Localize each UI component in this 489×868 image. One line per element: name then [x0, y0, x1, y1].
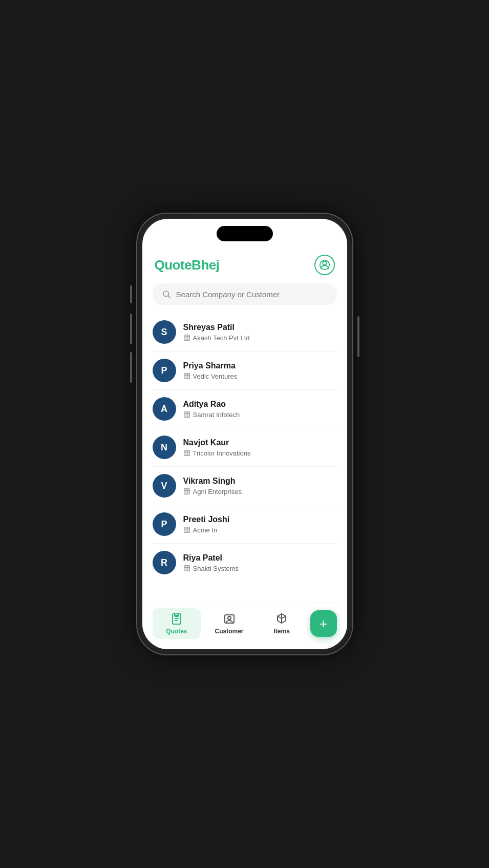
customer-icon: [223, 612, 236, 626]
company-name: Acme In: [193, 526, 218, 534]
building-icon: [183, 373, 190, 380]
company-row: Vedic Ventures: [183, 373, 238, 380]
profile-icon: [319, 259, 330, 271]
quotes-icon: [170, 612, 183, 626]
customer-name: Riya Patel: [183, 553, 239, 563]
company-name: Akash Tech Pvt Ltd: [193, 334, 250, 342]
nav-quotes[interactable]: Quotes: [153, 608, 201, 639]
nav-items[interactable]: Items: [258, 608, 306, 639]
company-row: Agni Enterprises: [183, 488, 242, 495]
customer-name: Preeti Joshi: [183, 515, 230, 524]
company-name: Vedic Ventures: [193, 373, 238, 380]
svg-line-3: [168, 296, 170, 298]
customer-info: Riya Patel Shakti Systems: [183, 553, 239, 572]
avatar: A: [153, 397, 176, 421]
customer-item[interactable]: V Vikram Singh Agni Enterprises: [153, 467, 337, 505]
svg-rect-6: [184, 412, 189, 418]
search-container: [142, 283, 347, 313]
phone-frame: QuoteBhej: [137, 214, 352, 654]
company-name: Tricolor Innovations: [193, 449, 251, 457]
fab-add-button[interactable]: +: [310, 610, 337, 637]
app-logo: QuoteBhej: [155, 257, 220, 273]
svg-rect-5: [184, 374, 189, 379]
company-name: Shakti Systems: [193, 565, 239, 572]
silent-button: [130, 352, 132, 383]
search-bar: [153, 283, 337, 305]
svg-rect-8: [184, 489, 189, 494]
company-name: Agni Enterprises: [193, 488, 242, 495]
avatar: V: [153, 474, 176, 498]
bottom-nav: Quotes Customer: [142, 603, 347, 649]
company-row: Akash Tech Pvt Ltd: [183, 334, 250, 342]
customer-item[interactable]: N Navjot Kaur Tricolor Innovations: [153, 428, 337, 467]
customer-info: Shreyas Patil Akash Tech Pvt Ltd: [183, 323, 250, 342]
power-button: [357, 316, 359, 357]
company-row: Acme In: [183, 526, 230, 534]
volume-down-button: [130, 314, 132, 344]
app-content: QuoteBhej: [142, 219, 347, 649]
customer-item[interactable]: S Shreyas Patil Akash Tech Pvt Ltd: [153, 313, 337, 352]
volume-up-button: [130, 285, 132, 303]
customer-info: Vikram Singh Agni Enterprises: [183, 477, 242, 495]
search-icon: [162, 290, 171, 299]
customer-item[interactable]: R Riya Patel Shakti Systems: [153, 544, 337, 582]
customer-name: Vikram Singh: [183, 477, 242, 486]
avatar: P: [153, 359, 176, 382]
customer-item[interactable]: P Priya Sharma Vedic Ventures: [153, 352, 337, 390]
customer-item[interactable]: P Preeti Joshi Acme In: [153, 505, 337, 544]
avatar: P: [153, 512, 176, 536]
building-icon: [183, 488, 190, 495]
customer-label: Customer: [215, 628, 244, 635]
building-icon: [183, 334, 190, 341]
svg-rect-9: [184, 527, 189, 533]
svg-rect-7: [184, 450, 189, 456]
customer-name: Aditya Rao: [183, 400, 240, 409]
svg-point-0: [323, 261, 326, 265]
profile-button[interactable]: [314, 255, 335, 275]
items-icon: [275, 612, 288, 626]
building-icon: [183, 449, 190, 457]
customer-info: Aditya Rao Samrat Infotech: [183, 400, 240, 419]
avatar: S: [153, 320, 176, 344]
customer-info: Navjot Kaur Tricolor Innovations: [183, 438, 251, 457]
customer-info: Preeti Joshi Acme In: [183, 515, 230, 534]
customer-name: Shreyas Patil: [183, 323, 250, 332]
building-icon: [183, 411, 190, 418]
dynamic-island: [217, 226, 273, 241]
avatar: N: [153, 436, 176, 459]
customer-list: S Shreyas Patil Akash Tech Pvt Ltd P Pri…: [142, 313, 347, 603]
building-icon: [183, 565, 190, 572]
customer-name: Priya Sharma: [183, 361, 238, 370]
svg-rect-4: [184, 335, 189, 341]
phone-screen: QuoteBhej: [142, 219, 347, 649]
company-row: Samrat Infotech: [183, 411, 240, 419]
customer-info: Priya Sharma Vedic Ventures: [183, 361, 238, 380]
company-name: Samrat Infotech: [193, 411, 240, 419]
company-row: Tricolor Innovations: [183, 449, 251, 457]
customer-item[interactable]: A Aditya Rao Samrat Infotech: [153, 390, 337, 428]
company-row: Shakti Systems: [183, 565, 239, 572]
customer-name: Navjot Kaur: [183, 438, 251, 447]
nav-customer[interactable]: Customer: [205, 608, 253, 639]
building-icon: [183, 526, 190, 533]
search-input[interactable]: [176, 290, 328, 299]
header: QuoteBhej: [142, 250, 347, 283]
items-label: Items: [274, 628, 290, 635]
svg-point-13: [228, 616, 231, 619]
quotes-label: Quotes: [166, 628, 187, 635]
fab-plus-icon: +: [320, 617, 327, 630]
avatar: R: [153, 551, 176, 574]
svg-rect-10: [184, 566, 189, 571]
